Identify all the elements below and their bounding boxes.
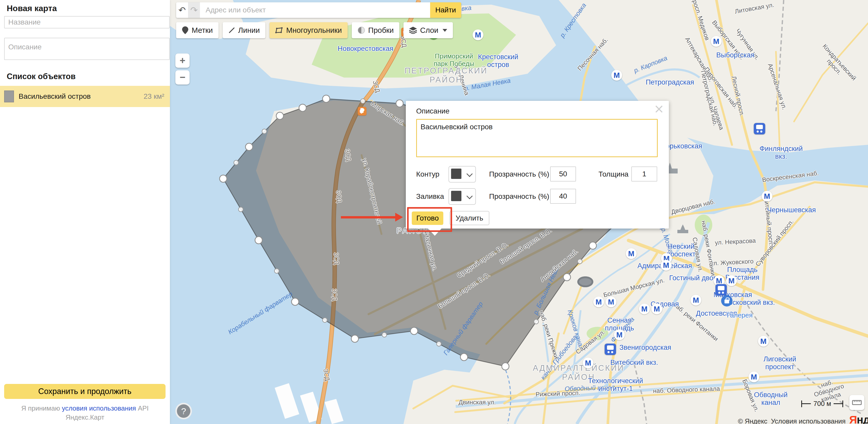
tool-polygon-button[interactable]: Многоугольники [270, 22, 347, 38]
map-description-input[interactable] [4, 38, 170, 60]
terms-link[interactable]: условия использования [62, 404, 136, 412]
dialog-title: Описание [416, 107, 450, 115]
search-bar: ↶ ↷ Найти [176, 2, 461, 18]
map-constructor-app: Средняя Невкар. Крестовкар. Малая Невкар… [0, 0, 868, 424]
contour-label: Контур [416, 170, 439, 178]
contour-color-select[interactable] [448, 166, 476, 183]
yandex-logo[interactable]: Яндекс [849, 414, 868, 424]
object-color-swatch [4, 91, 14, 102]
terms-text: Я принимаю условия использования API Янд… [0, 404, 170, 422]
chevron-down-icon [442, 29, 447, 32]
tool-label: Многоугольники [286, 26, 342, 35]
object-name: Васильевский остров [19, 92, 144, 101]
page-title: Новая карта [7, 4, 57, 13]
delete-button[interactable]: Удалить [450, 211, 489, 225]
layers-icon [409, 27, 417, 34]
tool-label: Пробки [368, 26, 394, 35]
object-list-item[interactable]: Васильевский остров 23 км² [0, 86, 170, 107]
undo-button[interactable]: ↶ [176, 2, 188, 18]
scale-bar: 700 м [801, 400, 843, 408]
tool-label: Линии [238, 26, 260, 35]
chevron-down-icon [466, 171, 472, 177]
contour-color-swatch [451, 169, 461, 179]
line-icon [228, 27, 235, 34]
fill-opacity-input[interactable] [550, 189, 576, 204]
polygon-icon [275, 27, 283, 34]
fill-label: Заливка [416, 192, 444, 201]
polygon-properties-dialog: Описание × Васильевский остров Контур Пр… [406, 101, 669, 229]
contour-opacity-input[interactable] [550, 166, 576, 182]
sidebar: Новая карта Список объектов Васильевский… [0, 0, 170, 424]
drawing-tools: МеткиЛинииМногоугольникиПробкиСлои [176, 22, 453, 38]
attribution: © Яндекс Условия использования Яндекс [738, 414, 868, 424]
done-button[interactable]: Готово [412, 211, 443, 225]
fill-opacity-label: Прозрачность (%) [489, 192, 549, 201]
terms-of-use-link[interactable]: Условия использования [771, 417, 846, 424]
save-and-continue-button[interactable]: Сохранить и продолжить [4, 384, 165, 399]
thickness-label: Толщина [598, 170, 628, 178]
zoom-in-button[interactable]: + [175, 54, 190, 68]
tool-label: Слои [420, 26, 438, 35]
ruler-button[interactable] [849, 395, 864, 410]
fill-color-swatch [451, 191, 461, 201]
tool-line-button[interactable]: Линии [223, 22, 266, 38]
thickness-input[interactable] [631, 166, 657, 182]
objects-heading: Список объектов [7, 72, 75, 81]
dialog-tail [428, 229, 441, 236]
polygon-description-textarea[interactable]: Васильевский остров [416, 119, 658, 157]
contour-opacity-label: Прозрачность (%) [489, 170, 549, 178]
tool-layers-button[interactable]: Слои [403, 22, 453, 38]
tool-label: Метки [192, 26, 213, 35]
zoom-out-button[interactable]: − [175, 70, 190, 85]
help-button[interactable]: ? [175, 403, 192, 419]
copyright-text: © Яндекс [738, 417, 767, 424]
object-area: 23 км² [144, 92, 164, 101]
fill-color-select[interactable] [448, 188, 476, 205]
pin-icon [182, 26, 189, 34]
ruler-icon [852, 400, 862, 405]
tool-pin-button[interactable]: Метки [176, 22, 219, 38]
search-button[interactable]: Найти [430, 2, 461, 18]
scale-label: 700 м [813, 400, 831, 408]
traffic-icon [358, 26, 365, 34]
tool-traffic-button[interactable]: Пробки [352, 22, 400, 38]
close-icon[interactable]: × [654, 101, 664, 116]
chevron-down-icon [466, 193, 472, 199]
map-name-input[interactable] [4, 16, 170, 28]
redo-button[interactable]: ↷ [188, 2, 200, 18]
search-input[interactable] [200, 2, 430, 18]
